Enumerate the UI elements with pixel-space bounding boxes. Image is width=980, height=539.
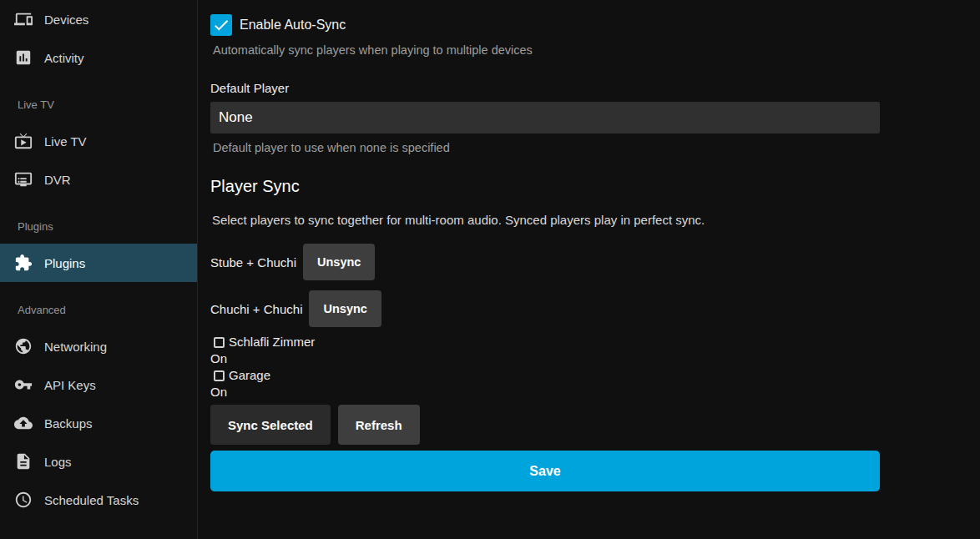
auto-sync-checkbox[interactable]	[210, 14, 232, 36]
default-player-select[interactable]: None	[210, 102, 880, 133]
player-checkbox-row[interactable]: Schlafli Zimmer	[210, 334, 880, 350]
sidebar-item-label: Devices	[44, 13, 88, 27]
sidebar-item-label: API Keys	[44, 378, 96, 392]
networking-icon	[13, 336, 33, 356]
player-sync-description: Select players to sync together for mult…	[210, 213, 880, 228]
plugins-icon	[13, 253, 33, 273]
logs-icon	[13, 451, 33, 471]
player-status: On	[210, 350, 880, 367]
sidebar-item-label: Networking	[44, 340, 107, 354]
player-name: Garage	[229, 367, 270, 384]
sidebar-item-backups[interactable]: Backups	[0, 404, 197, 442]
clock-icon	[13, 490, 33, 510]
sidebar-item-logs[interactable]: Logs	[0, 442, 197, 481]
refresh-button[interactable]: Refresh	[338, 405, 420, 445]
sidebar-item-label: DVR	[44, 173, 71, 187]
synced-group-row: Stube + Chuchi Unsync	[210, 244, 880, 280]
sidebar-section-live-tv: Live TV	[0, 77, 197, 122]
key-icon	[13, 375, 33, 395]
player-checkbox[interactable]	[214, 337, 225, 348]
sidebar-section-advanced: Advanced	[0, 282, 197, 327]
live-tv-icon	[13, 131, 33, 151]
player-list: Schlafli Zimmer On Garage On	[210, 334, 880, 400]
unsync-button[interactable]: Unsync	[309, 290, 381, 327]
save-button[interactable]: Save	[210, 451, 880, 491]
devices-icon	[13, 9, 33, 29]
sidebar-item-api-keys[interactable]: API Keys	[0, 365, 197, 404]
synced-group-row: Chuchi + Chuchi Unsync	[210, 290, 880, 327]
sidebar-item-label: Activity	[44, 51, 84, 65]
sidebar-item-plugins[interactable]: Plugins	[0, 244, 197, 282]
cloud-backup-icon	[13, 413, 33, 433]
sidebar-item-label: Live TV	[44, 134, 87, 149]
sync-selected-button[interactable]: Sync Selected	[210, 405, 331, 445]
synced-group-name: Stube + Chuchi	[210, 255, 296, 270]
sidebar-item-activity[interactable]: Activity	[0, 38, 197, 77]
player-checkbox-row[interactable]: Garage	[210, 367, 880, 384]
app-window: Devices Activity Live TV Live TV DVR Plu…	[0, 0, 980, 539]
sidebar-item-networking[interactable]: Networking	[0, 327, 197, 365]
player-status: On	[210, 384, 880, 400]
sidebar-item-live-tv[interactable]: Live TV	[0, 122, 197, 160]
default-player-description: Default player to use when none is speci…	[210, 139, 880, 156]
dvr-icon	[13, 169, 33, 189]
sidebar-item-dvr[interactable]: DVR	[0, 160, 197, 199]
default-player-value: None	[219, 109, 253, 126]
synced-group-name: Chuchi + Chuchi	[210, 302, 302, 316]
sidebar-item-label: Backups	[44, 416, 93, 431]
sidebar-section-plugins: Plugins	[0, 199, 197, 244]
sidebar-item-label: Plugins	[44, 256, 85, 270]
player-sync-heading: Player Sync	[210, 176, 880, 196]
sidebar-item-label: Scheduled Tasks	[44, 493, 139, 507]
activity-icon	[13, 48, 33, 68]
player-checkbox[interactable]	[214, 370, 225, 381]
check-icon	[212, 16, 230, 34]
auto-sync-label: Enable Auto-Sync	[240, 18, 346, 33]
player-name: Schlafli Zimmer	[229, 334, 315, 350]
auto-sync-description: Automatically sync players when playing …	[210, 42, 880, 58]
plugin-settings-panel: Enable Auto-Sync Automatically sync play…	[198, 0, 980, 539]
sidebar-item-label: Logs	[44, 455, 72, 469]
unsync-button[interactable]: Unsync	[303, 244, 375, 280]
default-player-label: Default Player	[210, 81, 880, 96]
sidebar: Devices Activity Live TV Live TV DVR Plu…	[0, 0, 198, 539]
auto-sync-checkbox-row[interactable]: Enable Auto-Sync	[210, 14, 880, 36]
player-sync-actions: Sync Selected Refresh	[210, 405, 880, 445]
sidebar-item-devices[interactable]: Devices	[0, 0, 197, 38]
sidebar-item-scheduled-tasks[interactable]: Scheduled Tasks	[0, 481, 197, 519]
settings-form: Enable Auto-Sync Automatically sync play…	[210, 14, 880, 491]
